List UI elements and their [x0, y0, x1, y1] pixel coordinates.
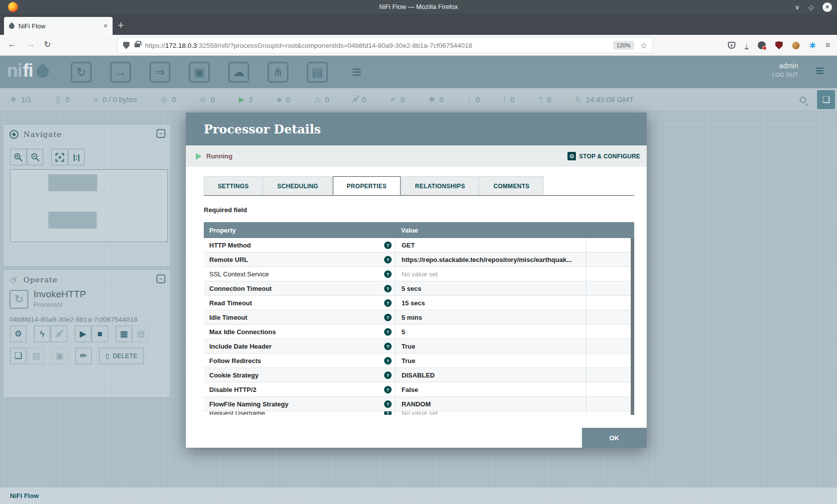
table-row[interactable]: Disable HTTP/2?False [204, 382, 634, 397]
funnel-component-icon-glyph: ⋔ [273, 65, 283, 79]
funnel-component-icon[interactable]: ⋔ [268, 62, 288, 83]
value-cell[interactable]: 5 [395, 325, 586, 339]
table-row[interactable]: SSL Context Service?No value set [204, 267, 634, 281]
disable-button[interactable]: ϟ [51, 326, 67, 342]
navigate-collapse-button[interactable]: − [156, 129, 165, 138]
global-menu-icon[interactable]: ≡ [815, 62, 824, 80]
processor-component-icon[interactable]: ↻ [71, 62, 92, 83]
table-row[interactable]: Connection Timeout?5 secs [204, 281, 634, 296]
enable-button[interactable]: ϟ [34, 326, 50, 342]
browser-menu-icon[interactable]: ≡ [826, 41, 830, 50]
value-cell[interactable]: 5 mins [395, 310, 586, 324]
table-row[interactable]: FlowFile Naming Strategy?RANDOM [204, 397, 634, 411]
stop-configure-button[interactable]: ⚙ STOP & CONFIGURE [567, 152, 640, 160]
value-cell[interactable]: RANDOM [395, 397, 586, 411]
new-tab-button[interactable]: + [118, 19, 124, 32]
table-row[interactable]: Read Timeout?15 secs [204, 296, 634, 310]
label-component-icon[interactable]: ≡ [346, 62, 367, 83]
table-row[interactable]: HTTP Method?GET [204, 238, 634, 252]
configure-button[interactable]: ⚙ [10, 326, 26, 342]
url-bar[interactable]: https://172.18.0.3:32558/nifi/?processGr… [118, 37, 653, 53]
forward-button[interactable]: → [26, 39, 35, 49]
table-row[interactable]: Request Username?No value set [204, 411, 634, 415]
ok-button[interactable]: OK [582, 428, 647, 448]
search-icon[interactable] [800, 97, 806, 103]
help-icon[interactable]: ? [384, 386, 392, 393]
help-icon[interactable]: ? [384, 411, 392, 415]
zoom-fit-button[interactable] [51, 149, 68, 165]
help-icon[interactable]: ? [384, 285, 392, 292]
table-row[interactable]: Cookie Strategy?DISABLED [204, 368, 634, 382]
account-icon[interactable] [758, 41, 766, 49]
table-scrollbar[interactable] [631, 238, 634, 415]
logout-link[interactable]: LOG OUT [772, 72, 798, 78]
help-icon[interactable]: ? [384, 372, 392, 379]
window-maximize-button[interactable]: ◇ [809, 4, 814, 10]
window-close-button[interactable]: × [823, 2, 832, 12]
zoom-out-button[interactable] [27, 149, 43, 165]
downloads-icon[interactable]: ↓ [745, 42, 749, 49]
table-row[interactable]: Include Date Header?True [204, 339, 634, 354]
pocket-icon[interactable]: ∨ [728, 42, 735, 49]
ublock-extension-icon[interactable] [775, 41, 783, 49]
panel-toggle-button[interactable]: ❏ [817, 90, 835, 109]
tab-relationships[interactable]: RELATIONSHIPS [401, 176, 479, 195]
value-cell[interactable]: No value set [395, 411, 586, 415]
tracking-protection-shield-icon[interactable] [123, 42, 130, 49]
output-port-component-icon[interactable]: ⇒ [149, 62, 170, 83]
value-cell[interactable]: False [395, 382, 586, 396]
browser-tab[interactable]: NiFi Flow × [4, 17, 113, 35]
help-icon[interactable]: ? [384, 256, 392, 263]
birdseye-map[interactable] [10, 169, 168, 242]
table-row[interactable]: Idle Timeout?5 mins [204, 310, 634, 325]
tab-close-icon[interactable]: × [104, 22, 108, 30]
cookie-extension-icon[interactable] [792, 42, 800, 49]
table-row[interactable]: Max Idle Connections?5 [204, 325, 634, 339]
page-zoom-badge[interactable]: 120% [613, 41, 634, 50]
start-button[interactable]: ▶ [75, 326, 91, 342]
bookmark-star-icon[interactable]: ☆ [640, 41, 647, 50]
tab-scheduling[interactable]: SCHEDULING [263, 176, 332, 195]
lock-icon[interactable] [135, 43, 140, 47]
template-component-icon[interactable]: ▤ [307, 62, 328, 83]
stop-button[interactable]: ■ [92, 326, 108, 342]
breadcrumb[interactable]: NiFi Flow [10, 492, 39, 500]
remote-process-group-component-icon[interactable]: ☁ [228, 62, 249, 83]
value-cell[interactable]: No value set [395, 267, 586, 281]
reload-button[interactable]: ↻ [44, 39, 51, 50]
filler-cell [586, 339, 634, 353]
tab-settings[interactable]: SETTINGS [204, 176, 263, 195]
save-template-button[interactable]: ▦ [116, 326, 132, 342]
zoom-actual-button[interactable]: |:| [68, 149, 85, 165]
tab-comments[interactable]: COMMENTS [479, 176, 543, 195]
extension-icon[interactable]: ✱ [809, 41, 816, 50]
value-cell[interactable]: GET [395, 238, 586, 252]
value-cell[interactable]: True [395, 354, 586, 368]
value-cell[interactable]: True [395, 339, 586, 353]
help-icon[interactable]: ? [384, 357, 392, 365]
help-icon[interactable]: ? [384, 343, 392, 350]
help-icon[interactable]: ? [384, 314, 392, 321]
copy-button[interactable]: ❏ [10, 348, 26, 364]
process-group-component-icon[interactable]: ▣ [189, 62, 210, 83]
help-icon[interactable]: ? [384, 270, 392, 278]
input-port-component-icon[interactable]: → [110, 62, 131, 83]
table-row[interactable]: Remote URL?https://repo.stackable.tech/r… [204, 252, 634, 267]
table-row[interactable]: Follow Redirects?True [204, 354, 634, 368]
value-cell[interactable]: DISABLED [395, 368, 586, 382]
value-cell[interactable]: 15 secs [395, 296, 586, 310]
tab-properties[interactable]: PROPERTIES [333, 176, 401, 195]
value-cell[interactable]: https://repo.stackable.tech/repository/m… [395, 252, 586, 266]
help-icon[interactable]: ? [384, 242, 392, 249]
refresh-icon[interactable]: ↻ [575, 95, 581, 104]
up-to-date-versioned-icon: ✔ [390, 95, 396, 104]
help-icon[interactable]: ? [384, 328, 392, 336]
value-cell[interactable]: 5 secs [395, 281, 586, 295]
zoom-in-button[interactable] [10, 149, 26, 165]
help-icon[interactable]: ? [384, 400, 392, 408]
window-minimize-button[interactable]: ∨ [795, 4, 800, 10]
help-icon[interactable]: ? [384, 299, 392, 307]
fill-color-button[interactable]: ✏ [75, 348, 92, 364]
back-button[interactable]: ← [8, 39, 16, 49]
operate-collapse-button[interactable]: − [156, 274, 165, 283]
